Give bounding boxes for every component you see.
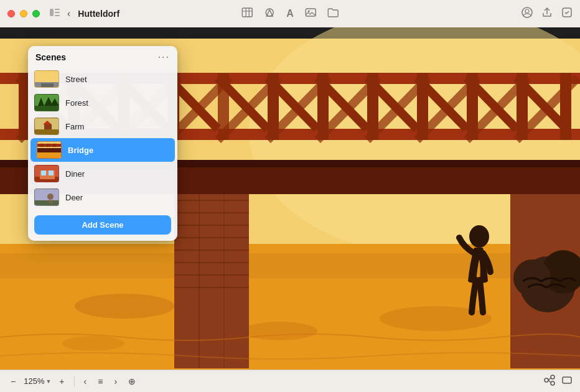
- svg-point-111: [551, 375, 554, 379]
- svg-marker-9: [266, 10, 273, 16]
- share-icon[interactable]: [541, 7, 553, 21]
- prev-slide-button[interactable]: ‹: [81, 375, 90, 388]
- svg-rect-88: [44, 124, 52, 129]
- scene-item-deer[interactable]: Deer: [28, 185, 177, 209]
- svg-point-13: [525, 9, 529, 13]
- add-scene-button[interactable]: Add Scene: [34, 215, 171, 235]
- back-button[interactable]: ‹: [65, 7, 73, 21]
- svg-point-110: [545, 378, 548, 382]
- svg-rect-4: [242, 8, 252, 17]
- svg-point-19: [243, 322, 317, 340]
- document-title: Hutteldorf: [78, 9, 119, 19]
- svg-point-12: [522, 7, 532, 17]
- svg-rect-109: [52, 200, 53, 203]
- add-slide-button[interactable]: ⊕: [125, 375, 139, 388]
- center-toolbar: A: [241, 7, 339, 20]
- svg-point-11: [307, 11, 309, 12]
- node-editor-button[interactable]: [544, 375, 555, 388]
- right-toolbar: [522, 7, 573, 21]
- svg-point-18: [75, 294, 174, 319]
- scene-item-diner[interactable]: Diner: [28, 162, 177, 185]
- svg-rect-92: [37, 148, 62, 152]
- svg-rect-87: [35, 129, 59, 135]
- sidebar-toggle-button[interactable]: [47, 7, 62, 21]
- svg-rect-1: [55, 9, 60, 10]
- maximize-button[interactable]: [32, 10, 40, 17]
- slide-list-button[interactable]: ≡: [95, 375, 106, 388]
- table-tool-icon[interactable]: [241, 7, 253, 20]
- scenes-more-button[interactable]: ···: [158, 52, 170, 62]
- svg-rect-91: [37, 152, 62, 159]
- bottom-toolbar: − 125% ▼ + ‹ ≡ › ⊕: [0, 370, 580, 392]
- scene-name-street: Street: [65, 75, 87, 84]
- svg-rect-0: [50, 9, 54, 16]
- scene-item-bridge[interactable]: Bridge: [30, 138, 175, 162]
- svg-point-20: [62, 336, 124, 351]
- svg-point-112: [551, 381, 554, 385]
- svg-rect-115: [563, 377, 571, 383]
- scene-name-diner: Diner: [65, 169, 85, 179]
- zoom-in-button[interactable]: +: [56, 375, 67, 388]
- svg-line-114: [548, 380, 551, 383]
- zoom-dropdown-arrow-icon: ▼: [45, 378, 51, 385]
- next-slide-button[interactable]: ›: [111, 375, 120, 388]
- scenes-panel: Scenes ··· StreetForestFarmBridgeDinerDe…: [28, 46, 177, 241]
- svg-point-107: [47, 194, 54, 200]
- scene-name-forest: Forest: [65, 98, 88, 108]
- text-tool-icon[interactable]: A: [286, 8, 294, 19]
- titlebar-nav: ‹ Hutteldorf: [47, 7, 119, 21]
- media-tool-icon[interactable]: [305, 7, 316, 20]
- collab-icon[interactable]: [522, 7, 533, 21]
- svg-rect-22: [0, 253, 580, 278]
- scene-thumb-deer: [34, 189, 59, 206]
- svg-line-113: [548, 378, 551, 381]
- scenes-panel-header: Scenes ···: [28, 46, 177, 66]
- svg-rect-80: [41, 83, 54, 87]
- close-button[interactable]: [7, 10, 15, 17]
- bottom-right-tools: [544, 375, 573, 388]
- scene-item-farm[interactable]: Farm: [28, 114, 177, 138]
- svg-rect-106: [35, 200, 59, 206]
- aspect-ratio-button[interactable]: [561, 375, 573, 388]
- scene-name-bridge: Bridge: [68, 146, 93, 155]
- scene-thumb-diner: [34, 165, 59, 182]
- svg-rect-2: [55, 12, 60, 13]
- svg-point-74: [469, 225, 489, 248]
- scene-thumb-farm: [34, 118, 59, 135]
- scene-thumb-bridge: [37, 141, 62, 159]
- svg-rect-103: [41, 170, 46, 175]
- scene-thumb-street: [34, 70, 59, 88]
- zoom-out-button[interactable]: −: [7, 375, 19, 388]
- scene-name-farm: Farm: [65, 122, 84, 131]
- zoom-value: 125%: [24, 376, 44, 386]
- scenes-panel-title: Scenes: [35, 52, 66, 62]
- svg-rect-3: [55, 15, 60, 16]
- traffic-lights: [7, 10, 40, 17]
- svg-rect-82: [35, 106, 59, 111]
- zoom-display[interactable]: 125% ▼: [24, 376, 51, 386]
- svg-rect-108: [49, 200, 50, 203]
- scene-item-street[interactable]: Street: [28, 67, 177, 91]
- shapes-tool-icon[interactable]: [264, 7, 275, 20]
- scene-item-forest[interactable]: Forest: [28, 91, 177, 114]
- main-canvas-area: Scenes ··· StreetForestFarmBridgeDinerDe…: [0, 27, 580, 392]
- svg-rect-10: [306, 9, 316, 16]
- scene-thumb-forest: [34, 94, 59, 111]
- titlebar: ‹ Hutteldorf A: [0, 0, 580, 27]
- toolbar-divider: [74, 376, 75, 387]
- folder-tool-icon[interactable]: [327, 7, 339, 20]
- scene-name-deer: Deer: [65, 193, 83, 202]
- svg-rect-104: [49, 170, 54, 175]
- scene-list: StreetForestFarmBridgeDinerDeer: [28, 66, 177, 210]
- edit-mode-icon[interactable]: [561, 7, 573, 21]
- minimize-button[interactable]: [20, 10, 27, 17]
